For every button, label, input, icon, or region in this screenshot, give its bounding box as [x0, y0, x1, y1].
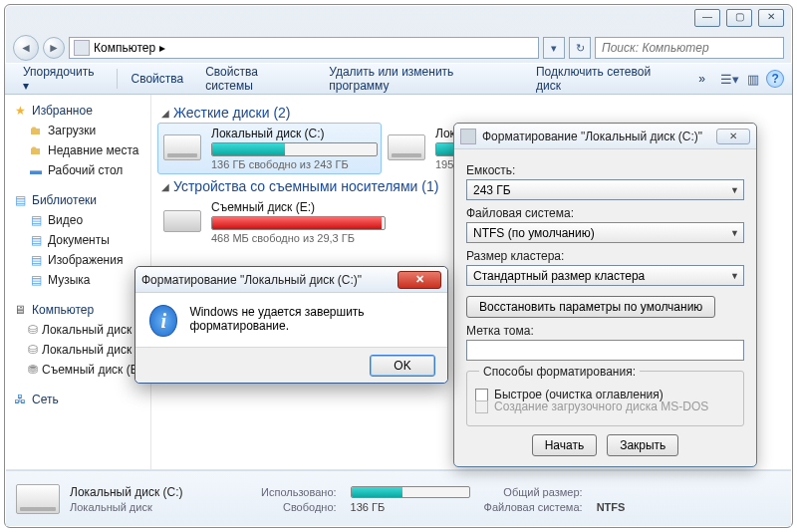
- refresh-button[interactable]: ↻: [569, 37, 591, 59]
- sidebar-recent[interactable]: 🖿Недавние места: [10, 140, 146, 160]
- message-text: Windows не удается завершить форматирова…: [189, 305, 433, 333]
- video-icon: ▤: [28, 212, 44, 228]
- drive-name: Локальный диск (C:): [211, 127, 378, 140]
- help-button[interactable]: ?: [766, 70, 784, 88]
- hard-disk-icon: [16, 484, 60, 514]
- nav-pane: ★Избранное 🖿Загрузки 🖿Недавние места ▬Ра…: [6, 95, 151, 469]
- filesystem-combo[interactable]: NTFS (по умолчанию): [466, 222, 744, 243]
- details-used-label: Использовано:: [197, 486, 337, 498]
- address-bar[interactable]: Компьютер ▸: [69, 37, 539, 59]
- address-dropdown[interactable]: ▾: [543, 37, 565, 59]
- search-input[interactable]: [595, 37, 784, 59]
- libraries-header[interactable]: ▤Библиотеки: [10, 190, 146, 210]
- volume-label-input[interactable]: [466, 340, 744, 361]
- libraries-icon: ▤: [12, 192, 28, 208]
- drive-free-text: 136 ГБ свободно из 243 ГБ: [211, 158, 378, 170]
- sidebar-drive-d[interactable]: ⛁Локальный диск (D:): [10, 340, 146, 360]
- back-button[interactable]: ◄: [13, 35, 39, 61]
- close-button[interactable]: ✕: [758, 9, 784, 27]
- error-message-box: Форматирование "Локальный диск (C:)" ✕ i…: [134, 266, 448, 384]
- capacity-label: Емкость:: [466, 163, 744, 177]
- sidebar-documents[interactable]: ▤Документы: [10, 230, 146, 250]
- sidebar-videos[interactable]: ▤Видео: [10, 210, 146, 230]
- details-total-label: Общий размер:: [484, 486, 583, 498]
- minimize-button[interactable]: —: [694, 9, 720, 27]
- details-free-value: 136 ГБ: [351, 501, 470, 513]
- ok-button[interactable]: OK: [370, 355, 435, 377]
- computer-icon: 🖥: [12, 302, 28, 318]
- details-drive-name: Локальный диск (C:): [70, 485, 183, 499]
- usb-drive-icon: [163, 210, 201, 232]
- folder-icon: 🖿: [28, 123, 44, 138]
- sidebar-drive-e[interactable]: ⛃Съемный диск (E:): [10, 360, 146, 380]
- drive-c[interactable]: Локальный диск (C:) 136 ГБ свободно из 2…: [157, 123, 382, 174]
- format-options-label: Способы форматирования:: [479, 365, 640, 379]
- sidebar-music[interactable]: ▤Музыка: [10, 270, 146, 290]
- drive-usage-bar: [211, 142, 378, 156]
- network-icon: 🖧: [12, 392, 28, 407]
- drive-e[interactable]: Съемный диск (E:) 468 МБ свободно из 29,…: [161, 200, 386, 244]
- msdos-boot-checkbox: Создание загрузочного диска MS-DOS: [475, 399, 735, 413]
- uninstall-button[interactable]: Удалить или изменить программу: [319, 61, 524, 97]
- maximize-button[interactable]: ▢: [726, 9, 752, 27]
- category-hard-disks[interactable]: ◢Жесткие диски (2): [161, 105, 781, 121]
- info-icon: i: [149, 305, 177, 337]
- desktop-icon: ▬: [28, 162, 44, 178]
- address-location: Компьютер: [94, 41, 155, 55]
- sidebar-drive-c[interactable]: ⛁Локальный диск (C:): [10, 320, 146, 340]
- details-pane: Локальный диск (C:) Использовано: Общий …: [6, 470, 791, 526]
- drive-free-text: 468 МБ свободно из 29,3 ГБ: [211, 232, 386, 244]
- filesystem-label: Файловая система:: [466, 206, 744, 220]
- cluster-combo[interactable]: Стандартный размер кластера: [466, 265, 744, 286]
- music-icon: ▤: [28, 272, 44, 288]
- toolbar-overflow[interactable]: »: [688, 68, 715, 90]
- format-options-group: Способы форматирования: Быстрое (очистка…: [466, 371, 744, 426]
- toolbar: Упорядочить ▾ Свойства Свойства системы …: [5, 63, 792, 95]
- format-dialog-close[interactable]: ✕: [716, 129, 750, 144]
- view-options-button[interactable]: ☰▾: [719, 68, 741, 90]
- capacity-combo[interactable]: 243 ГБ: [466, 179, 744, 200]
- system-properties-button[interactable]: Свойства системы: [195, 61, 317, 97]
- format-dialog-titlebar[interactable]: Форматирование "Локальный диск (C:)" ✕: [454, 124, 756, 149]
- details-type: Локальный диск: [70, 501, 183, 513]
- network-header[interactable]: 🖧Сеть: [10, 390, 146, 409]
- close-format-button[interactable]: Закрыть: [607, 434, 678, 456]
- sidebar-pictures[interactable]: ▤Изображения: [10, 250, 146, 270]
- volume-label-label: Метка тома:: [466, 324, 744, 338]
- cluster-label: Размер кластера:: [466, 249, 744, 263]
- details-usage-bar: [351, 486, 470, 498]
- computer-header[interactable]: 🖥Компьютер: [10, 300, 146, 320]
- usb-icon: ⛃: [28, 362, 38, 378]
- address-arrow-icon: ▸: [159, 41, 165, 55]
- map-network-drive-button[interactable]: Подключить сетевой диск: [526, 61, 686, 97]
- drive-icon: ⛁: [28, 342, 38, 358]
- favorites-header[interactable]: ★Избранное: [10, 101, 146, 121]
- restore-defaults-button[interactable]: Восстановить параметры по умолчанию: [466, 296, 715, 318]
- message-close-button[interactable]: ✕: [398, 271, 441, 289]
- start-format-button[interactable]: Начать: [532, 434, 598, 456]
- hard-disk-icon: [163, 134, 201, 160]
- pictures-icon: ▤: [28, 252, 44, 268]
- titlebar: — ▢ ✕: [5, 5, 792, 33]
- format-dialog: Форматирование "Локальный диск (C:)" ✕ Е…: [453, 123, 757, 467]
- preview-pane-button[interactable]: ▥: [743, 68, 765, 90]
- details-fs-value: NTFS: [597, 501, 626, 513]
- properties-button[interactable]: Свойства: [122, 68, 194, 90]
- forward-button[interactable]: ►: [43, 37, 65, 59]
- address-bar-row: ◄ ► Компьютер ▸ ▾ ↻: [5, 33, 792, 63]
- star-icon: ★: [12, 103, 28, 119]
- drive-icon: [460, 129, 476, 144]
- details-fs-label: Файловая система:: [484, 501, 583, 513]
- sidebar-downloads[interactable]: 🖿Загрузки: [10, 121, 146, 140]
- organize-menu[interactable]: Упорядочить ▾: [13, 61, 113, 97]
- folder-icon: 🖿: [28, 142, 44, 158]
- computer-icon: [74, 40, 90, 56]
- drive-usage-bar: [211, 216, 386, 230]
- message-titlebar[interactable]: Форматирование "Локальный диск (C:)" ✕: [135, 267, 447, 293]
- details-free-label: Свободно:: [197, 501, 337, 513]
- drive-name: Съемный диск (E:): [211, 200, 386, 214]
- sidebar-desktop[interactable]: ▬Рабочий стол: [10, 160, 146, 180]
- drive-icon: ⛁: [28, 322, 38, 338]
- format-dialog-title: Форматирование "Локальный диск (C:)": [482, 130, 710, 143]
- message-title: Форматирование "Локальный диск (C:)": [141, 273, 392, 287]
